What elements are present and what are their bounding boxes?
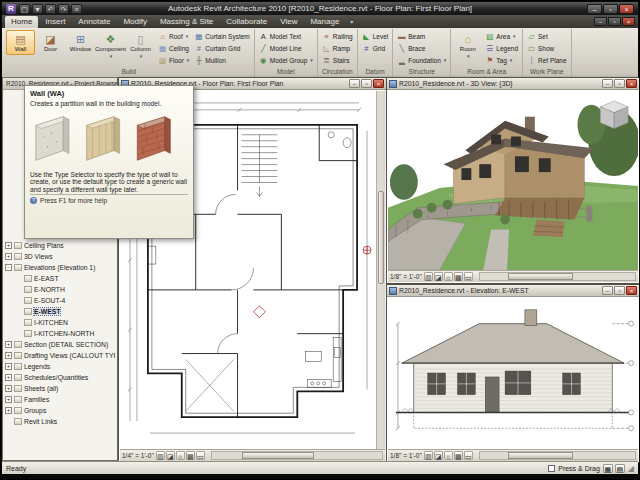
resize-grip[interactable]: ◢ xyxy=(628,464,634,473)
expand-icon[interactable]: + xyxy=(5,253,12,260)
worksets-icon[interactable]: ▦ xyxy=(603,464,613,473)
model-group-button[interactable]: ◉Model Group▾ xyxy=(257,54,315,66)
expand-icon[interactable]: + xyxy=(5,385,12,392)
elevation-canvas[interactable] xyxy=(388,298,638,449)
stairs-button[interactable]: ≣Stairs xyxy=(320,54,355,66)
browser-item-e-sout-4[interactable]: +E-SOUT-4 xyxy=(5,295,115,306)
browser-item-sheets-all[interactable]: +Sheets (all) xyxy=(5,383,115,394)
expand-icon[interactable]: + xyxy=(5,396,12,403)
show-button[interactable]: ▭Show xyxy=(525,42,569,54)
tab-annotate[interactable]: Annotate xyxy=(72,16,116,28)
redo-icon[interactable]: ↷ xyxy=(58,4,69,14)
restore-button[interactable]: ▫ xyxy=(608,17,621,26)
view-3d-canvas[interactable] xyxy=(388,91,638,270)
window-button[interactable]: ⊞Window xyxy=(66,30,95,55)
tab-massing-site[interactable]: Massing & Site xyxy=(154,16,219,28)
shadows-icon[interactable]: ▩ xyxy=(454,451,463,460)
expand-icon[interactable]: + xyxy=(5,242,12,249)
ceiling-button[interactable]: ▦Ceiling xyxy=(156,42,191,54)
floor-plan-horizontal-scrollbar[interactable] xyxy=(211,451,383,460)
level-button[interactable]: ◣Level xyxy=(360,30,391,42)
crop-view-icon[interactable]: ▭ xyxy=(196,451,205,460)
ref-plane-button[interactable]: ┆Ref Plane xyxy=(525,54,569,66)
browser-item-e-north[interactable]: +E-NORTH xyxy=(5,284,115,295)
floor-plan-vertical-scrollbar[interactable] xyxy=(376,91,385,449)
restore-button[interactable]: ▫ xyxy=(614,79,625,88)
model-line-button[interactable]: ╱Model Line xyxy=(257,42,315,54)
close-button[interactable]: × xyxy=(619,4,634,14)
roof-button[interactable]: ⌂Roof▾ xyxy=(156,30,191,42)
wall-button[interactable]: ▤Wall xyxy=(6,30,35,55)
detail-level-icon[interactable]: ▥ xyxy=(156,451,165,460)
expand-icon[interactable]: + xyxy=(5,363,12,370)
visual-style-icon[interactable]: ◪ xyxy=(434,451,443,460)
detail-level-icon[interactable]: ▥ xyxy=(424,451,433,460)
ribbon-collapse-icon[interactable]: ▾ xyxy=(346,18,357,28)
browser-item-ceiling-plans[interactable]: +Ceiling Plans xyxy=(5,240,115,251)
sun-path-icon[interactable]: ☼ xyxy=(444,451,453,460)
minimize-button[interactable]: – xyxy=(602,79,613,88)
browser-item-i-kitchen[interactable]: +I-KITCHEN xyxy=(5,317,115,328)
browser-item-i-kitchen-north[interactable]: +I-KITCHEN-NORTH xyxy=(5,328,115,339)
tag-button[interactable]: ⚑Tag▾ xyxy=(483,54,520,66)
brace-button[interactable]: ╲Brace xyxy=(395,42,448,54)
crop-view-icon[interactable]: ▭ xyxy=(464,272,473,281)
foundation-button[interactable]: ▂Foundation▾ xyxy=(395,54,448,66)
minimize-button[interactable]: – xyxy=(602,286,613,295)
elevation-scale[interactable]: 1/8" = 1'-0" xyxy=(390,452,422,459)
revit-logo-icon[interactable]: R xyxy=(6,4,16,14)
expand-icon[interactable]: + xyxy=(5,407,12,414)
curtain-grid-button[interactable]: #Curtain Grid xyxy=(192,42,251,54)
door-button[interactable]: ◪Door xyxy=(36,30,65,55)
curtain-system-button[interactable]: ▦Curtain System xyxy=(192,30,251,42)
minimize-button[interactable]: – xyxy=(594,17,607,26)
browser-item-families[interactable]: +Families xyxy=(5,394,115,405)
minimize-button[interactable]: – xyxy=(587,4,602,14)
expand-icon[interactable]: + xyxy=(5,374,12,381)
visual-style-icon[interactable]: ◪ xyxy=(434,272,443,281)
expand-icon[interactable]: + xyxy=(5,352,12,359)
browser-item-section-detail-section[interactable]: +Section (DETAIL SECTION) xyxy=(5,339,115,350)
close-button[interactable]: × xyxy=(626,79,637,88)
tab-modify[interactable]: Modify xyxy=(117,16,153,28)
browser-item-e-west[interactable]: +E-WEST xyxy=(5,306,115,317)
railing-button[interactable]: ≡Railing xyxy=(320,30,355,42)
component-button[interactable]: ❖Component▾ xyxy=(96,30,125,61)
crop-view-icon[interactable]: ▭ xyxy=(464,451,473,460)
restore-button[interactable]: ▫ xyxy=(614,286,625,295)
close-button[interactable]: × xyxy=(622,17,635,26)
expand-icon[interactable]: + xyxy=(5,341,12,348)
browser-item-3d-views[interactable]: +3D Views xyxy=(5,251,115,262)
browser-item-revit-links[interactable]: +Revit Links xyxy=(5,416,115,427)
floor-button[interactable]: ▨Floor▾ xyxy=(156,54,191,66)
browser-item-groups[interactable]: +Groups xyxy=(5,405,115,416)
set-button[interactable]: ▱Set xyxy=(525,30,569,42)
filter-icon[interactable]: ▤ xyxy=(615,464,625,473)
sun-path-icon[interactable]: ☼ xyxy=(176,451,185,460)
tab-home[interactable]: Home xyxy=(5,16,38,28)
tab-insert[interactable]: Insert xyxy=(39,16,71,28)
sun-path-icon[interactable]: ☼ xyxy=(444,272,453,281)
print-icon[interactable]: ≡ xyxy=(71,4,82,14)
visual-style-icon[interactable]: ◪ xyxy=(166,451,175,460)
collapse-icon[interactable]: - xyxy=(5,264,12,271)
press-drag-checkbox[interactable] xyxy=(548,465,555,472)
column-button[interactable]: ▯Column▾ xyxy=(126,30,155,61)
restore-button[interactable]: ▫ xyxy=(361,79,372,88)
browser-item-elevations-elevation-1[interactable]: -Elevations (Elevation 1) xyxy=(5,262,115,273)
room-button[interactable]: ⌂Room▾ xyxy=(453,30,482,61)
model-text-button[interactable]: AModel Text xyxy=(257,30,315,42)
elevation-horizontal-scrollbar[interactable] xyxy=(479,451,636,460)
detail-level-icon[interactable]: ▥ xyxy=(424,272,433,281)
tab-collaborate[interactable]: Collaborate xyxy=(220,16,273,28)
save-icon[interactable]: ▼ xyxy=(32,4,43,14)
grid-button[interactable]: #Grid xyxy=(360,42,391,54)
tab-manage[interactable]: Manage xyxy=(304,16,345,28)
floor-plan-scale[interactable]: 1/4" = 1'-0" xyxy=(122,452,154,459)
legend-button[interactable]: ☰Legend xyxy=(483,42,520,54)
close-button[interactable]: × xyxy=(373,79,384,88)
undo-icon[interactable]: ↶ xyxy=(45,4,56,14)
area-button[interactable]: ▧Area▾ xyxy=(483,30,520,42)
tab-view[interactable]: View xyxy=(274,16,303,28)
minimize-button[interactable]: – xyxy=(349,79,360,88)
